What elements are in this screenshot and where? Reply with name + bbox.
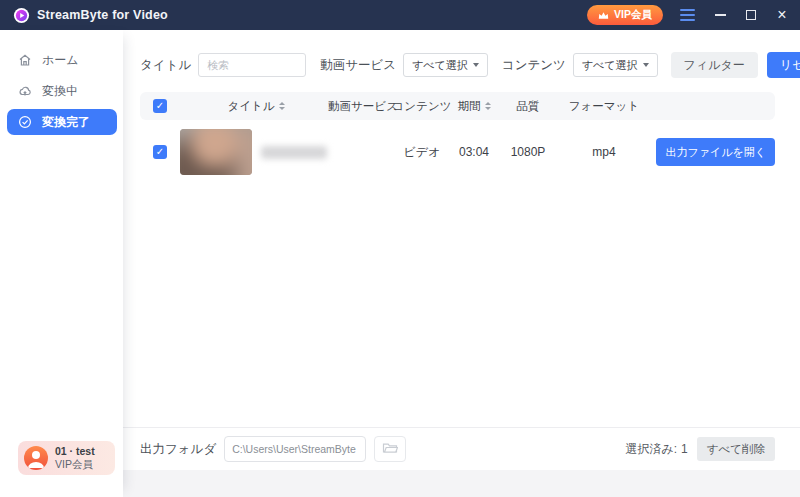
chevron-down-icon — [473, 63, 479, 67]
content-select[interactable]: すべて選択 — [573, 53, 658, 77]
sidebar-item-label: ホーム — [42, 52, 79, 69]
service-filter-label: 動画サービス — [320, 57, 396, 74]
user-avatar — [24, 446, 48, 470]
maximize-button[interactable] — [743, 7, 759, 23]
titlebar-right: VIP会員 × — [587, 5, 790, 25]
selected-count-value: 1 — [681, 442, 688, 456]
sort-title-icon[interactable] — [279, 102, 285, 110]
row-title-cell — [180, 129, 332, 175]
table-row: ビデオ 03:04 1080P mp4 出力ファイルを開く — [140, 129, 775, 175]
home-icon — [18, 53, 32, 67]
folder-icon — [382, 441, 398, 457]
vip-button-label: VIP会員 — [614, 8, 652, 22]
selected-count-label: 選択済み: — [625, 441, 677, 458]
titlebar-left: StreamByte for Video — [13, 7, 168, 24]
user-meta: 01 · test VIP会員 — [55, 445, 95, 471]
sidebar-item-completed[interactable]: 変換完了 — [7, 109, 117, 135]
titlebar: StreamByte for Video VIP会員 × — [0, 0, 800, 30]
column-header-content: コンテンツ — [394, 99, 450, 114]
content: ホーム 変換中 — [0, 30, 800, 497]
service-select[interactable]: すべて選択 — [403, 53, 488, 77]
crown-icon — [598, 11, 609, 20]
sidebar-nav: ホーム 変換中 — [0, 47, 123, 135]
select-all-checkbox[interactable] — [153, 99, 167, 113]
filter-button[interactable]: フィルター — [671, 52, 758, 78]
row-checkbox[interactable] — [153, 145, 167, 159]
app-window: StreamByte for Video VIP会員 × — [0, 0, 800, 497]
main-panel: タイトル 動画サービス すべて選択 コンテンツ すべて選択 フィルター リセット — [123, 30, 800, 470]
title-filter-label: タイトル — [140, 57, 191, 74]
content-select-value: すべて選択 — [582, 58, 638, 73]
sidebar-item-label: 変換完了 — [42, 114, 90, 131]
app-title: StreamByte for Video — [37, 8, 168, 22]
browse-folder-button[interactable] — [374, 436, 406, 462]
reset-button[interactable]: リセット — [767, 52, 800, 78]
sidebar-item-home[interactable]: ホーム — [7, 47, 117, 73]
app-logo-icon — [13, 7, 30, 24]
footer-bar: 出力フォルダ 選択済み: 1 すべて削除 — [123, 427, 800, 470]
table-header: タイトル 動画サービス コンテンツ 期間 品質 フォーマット — [140, 92, 775, 120]
sort-duration-icon[interactable] — [485, 102, 491, 110]
vip-button[interactable]: VIP会員 — [587, 5, 663, 25]
close-icon: × — [777, 7, 786, 23]
user-card[interactable]: 01 · test VIP会員 — [18, 441, 115, 475]
sidebar-item-converting[interactable]: 変換中 — [7, 78, 117, 104]
cloud-convert-icon — [18, 84, 32, 98]
video-thumbnail — [180, 129, 252, 175]
output-folder-input[interactable] — [224, 436, 366, 462]
open-output-file-button[interactable]: 出力ファイルを開く — [656, 138, 775, 166]
filter-bar: タイトル 動画サービス すべて選択 コンテンツ すべて選択 フィルター リセット — [123, 30, 800, 78]
table-empty-space — [123, 175, 800, 427]
close-button[interactable]: × — [774, 7, 790, 23]
row-format: mp4 — [558, 145, 650, 159]
sidebar-item-label: 変換中 — [42, 83, 78, 100]
menu-icon[interactable] — [678, 7, 697, 23]
column-header-format: フォーマット — [558, 99, 650, 114]
minimize-button[interactable] — [712, 7, 728, 23]
user-name: 01 · test — [55, 445, 95, 458]
service-select-value: すべて選択 — [412, 58, 468, 73]
check-circle-icon — [18, 115, 32, 129]
row-action-cell: 出力ファイルを開く — [650, 138, 775, 166]
main-column: タイトル 動画サービス すべて選択 コンテンツ すべて選択 フィルター リセット — [123, 30, 800, 497]
content-filter-label: コンテンツ — [502, 57, 566, 74]
minimize-icon — [715, 14, 726, 16]
column-header-duration: 期間 — [450, 99, 498, 114]
column-header-service: 動画サービス — [332, 99, 394, 114]
maximize-icon — [746, 10, 756, 20]
user-membership: VIP会員 — [55, 458, 95, 471]
row-quality: 1080P — [498, 145, 558, 159]
sidebar: ホーム 変換中 — [0, 30, 123, 497]
output-folder-label: 出力フォルダ — [140, 441, 216, 458]
chevron-down-icon — [643, 63, 649, 67]
row-content: ビデオ — [394, 144, 450, 161]
delete-all-button[interactable]: すべて削除 — [697, 437, 775, 461]
row-duration: 03:04 — [450, 145, 498, 159]
column-header-quality: 品質 — [498, 99, 558, 114]
video-title-blurred — [261, 146, 327, 159]
column-header-title: タイトル — [180, 99, 332, 114]
title-search-input[interactable] — [198, 53, 306, 77]
